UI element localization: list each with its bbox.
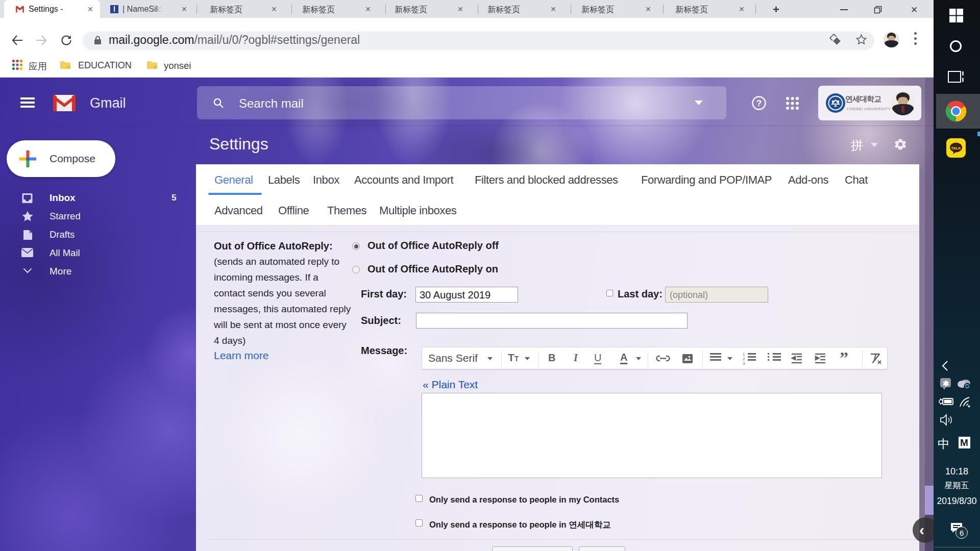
svg-text:?: ? [756,98,762,108]
svg-text:TALK: TALK [951,146,961,151]
